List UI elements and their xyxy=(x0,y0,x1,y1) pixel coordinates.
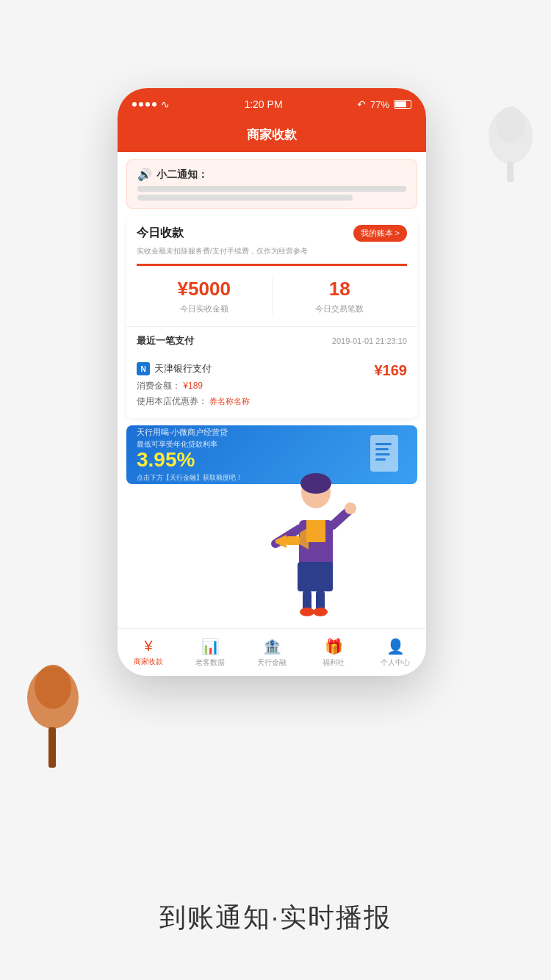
notification-title: 🔊 小二通知： xyxy=(137,167,406,181)
svg-point-21 xyxy=(300,608,314,616)
bottom-tagline: 到账通知·实时播报 xyxy=(0,900,551,936)
svg-point-1 xyxy=(35,665,71,709)
notification-text-blur-2 xyxy=(137,195,353,201)
transactions-stat: 18 今日交易笔数 xyxy=(273,278,408,314)
promo-rate: 3.95% xyxy=(137,450,367,470)
consume-row: 消费金额： ¥189 xyxy=(137,380,375,392)
svg-rect-14 xyxy=(306,520,325,542)
payment-left: N 天津银行支付 消费金额： ¥189 使用本店优惠券： 券名称名称 xyxy=(137,362,375,408)
svg-rect-10 xyxy=(375,458,386,461)
svg-point-12 xyxy=(300,473,331,494)
nav-title: 商家收款 xyxy=(118,120,426,152)
today-amount: ¥5000 xyxy=(137,278,272,300)
bluetooth-icon: ↶ xyxy=(357,98,366,110)
svg-rect-7 xyxy=(375,443,392,445)
chart-icon: 📊 xyxy=(201,638,220,655)
card-subtitle: 实收金额未扣除服务费/支付手续费，仅作为经营参考 xyxy=(126,246,417,264)
svg-rect-5 xyxy=(507,162,514,182)
stats-row: ¥5000 今日实收金额 18 今日交易笔数 xyxy=(126,275,417,326)
notification-banner: 🔊 小二通知： xyxy=(126,159,417,209)
promo-top-text: 天行用喝·小微商户经营贷 xyxy=(137,427,367,438)
my-account-button[interactable]: 我的账本 > xyxy=(353,225,407,242)
svg-rect-8 xyxy=(375,448,389,450)
collection-card: 今日收款 我的账本 > 实收金额未扣除服务费/支付手续费，仅作为经营参考 ¥50… xyxy=(126,216,417,418)
transactions-label: 今日交易笔数 xyxy=(273,303,408,314)
gift-icon: 🎁 xyxy=(325,638,343,655)
card-title: 今日收款 xyxy=(137,226,184,241)
bank-info: N 天津银行支付 xyxy=(137,362,375,375)
tab-bar: ¥ 商家收款 📊 老客数据 🏦 天行金融 🎁 福利社 👤 个人中心 xyxy=(118,628,426,676)
recent-payment-header: 最近一笔支付 2019-01-01 21:23:10 xyxy=(126,326,417,355)
card-header: 今日收款 我的账本 > xyxy=(126,216,417,246)
bank-icon: N xyxy=(137,362,150,375)
svg-rect-15 xyxy=(298,562,333,591)
profile-icon: 👤 xyxy=(386,638,405,655)
actual-amount: ¥169 xyxy=(375,362,408,379)
svg-rect-2 xyxy=(48,727,56,768)
red-divider xyxy=(137,264,407,266)
merchant-icon: ¥ xyxy=(144,638,152,655)
tab-label-welfare: 福利社 xyxy=(323,657,345,668)
svg-rect-9 xyxy=(375,453,390,455)
tab-profile[interactable]: 👤 个人中心 xyxy=(364,629,426,676)
wifi-icon: ∿ xyxy=(161,98,170,110)
character-illustration xyxy=(268,470,356,617)
today-transactions: 18 xyxy=(273,278,408,300)
tab-label-merchant: 商家收款 xyxy=(134,657,163,667)
tab-welfare[interactable]: 🎁 福利社 xyxy=(303,629,364,676)
svg-rect-24 xyxy=(287,536,300,545)
recent-time: 2019-01-01 21:23:10 xyxy=(332,336,407,345)
status-bar: ∿ 1:20 PM ↶ 77% xyxy=(118,88,426,120)
tree-left-icon xyxy=(22,654,84,774)
tab-label-customer: 老客数据 xyxy=(195,657,225,668)
finance-icon: 🏦 xyxy=(263,638,281,655)
recent-label: 最近一笔支付 xyxy=(137,334,194,347)
status-right: ↶ 77% xyxy=(357,98,411,110)
payment-detail: N 天津银行支付 消费金额： ¥189 使用本店优惠券： 券名称名称 ¥169 xyxy=(126,355,417,418)
promo-decoration-icon xyxy=(367,431,407,479)
notification-text-blur-1 xyxy=(137,186,406,192)
tab-merchant-collection[interactable]: ¥ 商家收款 xyxy=(118,629,179,676)
svg-line-17 xyxy=(333,511,349,525)
phone-frame: ∿ 1:20 PM ↶ 77% 商家收款 🔊 小二通知： 今日收款 我的账本 >… xyxy=(118,88,426,676)
amount-label: 今日实收金额 xyxy=(137,303,272,314)
svg-point-22 xyxy=(313,608,328,616)
tab-customer-data[interactable]: 📊 老客数据 xyxy=(179,629,241,676)
svg-point-4 xyxy=(496,107,525,143)
battery-percent: 77% xyxy=(370,99,389,110)
coupon-name: 券名称名称 xyxy=(209,397,250,406)
consume-amount: ¥189 xyxy=(183,381,203,391)
svg-point-18 xyxy=(345,502,356,514)
tree-right-icon xyxy=(485,103,536,187)
status-time: 1:20 PM xyxy=(244,98,282,110)
speaker-icon: 🔊 xyxy=(137,167,152,181)
amount-stat: ¥5000 今日实收金额 xyxy=(137,278,273,314)
battery-icon xyxy=(394,100,411,109)
status-left: ∿ xyxy=(132,98,170,110)
tab-label-finance: 天行金融 xyxy=(257,657,287,668)
signal-dots xyxy=(132,102,156,107)
coupon-row: 使用本店优惠券： 券名称名称 xyxy=(137,395,375,408)
bank-name: 天津银行支付 xyxy=(154,362,212,375)
tab-label-profile: 个人中心 xyxy=(381,657,410,668)
tab-tianxing-finance[interactable]: 🏦 天行金融 xyxy=(241,629,303,676)
